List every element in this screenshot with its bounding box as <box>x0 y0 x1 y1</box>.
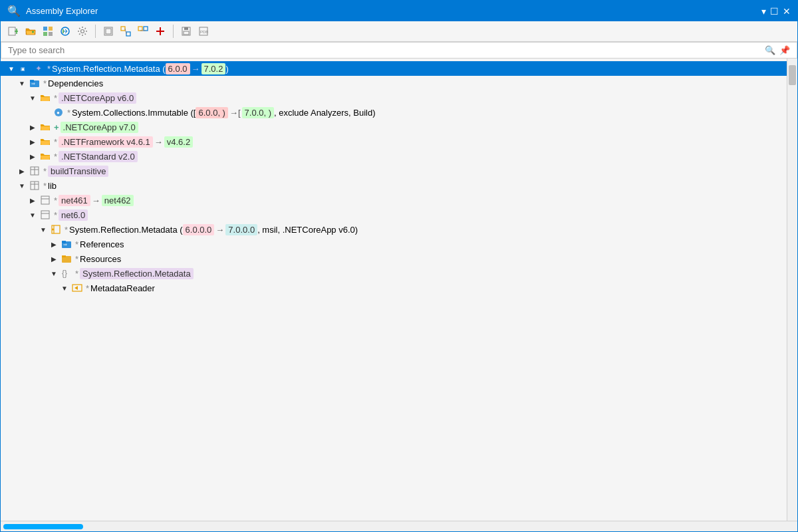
lib-icon <box>29 180 41 191</box>
plus-netcoreapp70: + <box>54 122 59 132</box>
tree-item-netstandard[interactable]: ▶ * .NETStandard v2.0 <box>1 149 787 164</box>
expand-netcoreapp60[interactable]: ▼ <box>27 92 38 103</box>
pin-icon[interactable]: 📌 <box>779 45 790 55</box>
svg-line-17 <box>125 29 126 34</box>
expand-references[interactable]: ▶ <box>49 239 59 249</box>
save-code-btn[interactable] <box>179 24 194 39</box>
svg-rect-24 <box>184 27 188 30</box>
search-icon[interactable]: 🔍 <box>765 45 775 55</box>
manage-btn[interactable] <box>153 24 168 39</box>
expand-buildtransitive[interactable]: ▶ <box>17 166 27 176</box>
metadata-reader-label: MetadataReader <box>90 283 155 293</box>
svg-text:PDB: PDB <box>200 30 208 34</box>
tree-item-collections[interactable]: ▶ ● * System.Collections.Immutable ([ 6.… <box>1 105 787 120</box>
vertical-scrollbar[interactable] <box>787 59 797 521</box>
star-resources: * <box>75 254 78 264</box>
maximize-btn[interactable]: ☐ <box>770 6 779 17</box>
star-root: * <box>47 64 51 74</box>
svg-text:▣: ▣ <box>21 66 25 71</box>
tree-item-netframework[interactable]: ▶ * .NETFramework v4.6.1 → v4.6.2 <box>1 134 787 149</box>
export-btn[interactable] <box>136 24 150 39</box>
svg-rect-8 <box>49 32 53 36</box>
svg-rect-14 <box>106 29 111 34</box>
toolbar-sep-1 <box>95 25 96 38</box>
tree-item-references[interactable]: ▶ ⇒ * References <box>1 237 787 251</box>
tree-item-net461[interactable]: ▶ * net461 → net462 <box>1 193 787 207</box>
ref-folder2-icon: ⇒ <box>61 239 72 249</box>
title-bar-controls: ▾ ☐ ✕ <box>761 6 791 17</box>
svg-text:●: ● <box>57 110 60 116</box>
svg-point-47 <box>52 229 54 231</box>
expand-lib[interactable]: ▼ <box>17 180 27 191</box>
expand-root[interactable]: ▼ <box>6 63 17 74</box>
net461-badge-new: net462 <box>102 195 134 206</box>
expand-srm-class[interactable]: ▼ <box>49 268 59 279</box>
dropdown-btn[interactable]: ▾ <box>761 6 766 17</box>
window-title: Assembly Explorer <box>26 6 98 16</box>
tree-item-root[interactable]: ▼ ▣ ✦ * System.Reflection.Metadata ( 6.0… <box>1 61 787 76</box>
expand-net60[interactable]: ▼ <box>27 209 38 220</box>
tree-item-netcoreapp70[interactable]: ▶ + .NETCoreApp v7.0 <box>1 120 787 134</box>
collections-suffix: , exclude Analyzers, Build) <box>274 108 375 118</box>
tree-item-metadata-reader[interactable]: ▼ * MetadataReader <box>1 281 787 295</box>
srm-node-label: System.Reflection.Metadata ( <box>69 225 183 235</box>
svg-rect-43 <box>41 211 49 219</box>
tree-container[interactable]: ▼ ▣ ✦ * System.Reflection.Metadata ( 6.0… <box>1 59 787 521</box>
graph-btn[interactable] <box>118 24 133 39</box>
settings-btn[interactable] <box>75 24 90 39</box>
toolbar-sep-2 <box>173 25 174 38</box>
expand-netstandard[interactable]: ▶ <box>27 151 38 162</box>
svg-text:⇒: ⇒ <box>63 242 67 247</box>
search-input[interactable] <box>8 45 765 55</box>
class-arrow-icon <box>71 283 83 293</box>
tree-item-lib[interactable]: ▼ * lib <box>1 178 787 193</box>
tree-item-buildtransitive[interactable]: ▶ * buildTransitive <box>1 164 787 178</box>
horizontal-scrollbar[interactable] <box>1 521 797 531</box>
tree-item-srm-node[interactable]: ▼ * System.Reflection.Metadata ( 6.0.0.0… <box>1 222 787 237</box>
tree-item-net60[interactable]: ▼ * net6.0 <box>1 207 787 222</box>
tree-item-netcoreapp60[interactable]: ▼ * .NETCoreApp v6.0 <box>1 90 787 105</box>
content-area: ▼ ▣ ✦ * System.Reflection.Metadata ( 6.0… <box>1 59 797 521</box>
tree-item-resources[interactable]: ▶ * Resources <box>1 251 787 266</box>
expand-collections: ▶ <box>41 107 51 118</box>
title-bar-left: 🔍 Assembly Explorer <box>7 5 98 17</box>
meta-icon <box>50 224 62 235</box>
expand-srm-node[interactable]: ▼ <box>38 224 49 235</box>
tree-item-dependencies[interactable]: ▼ ⇒ * Dependencies <box>1 76 787 90</box>
decompile-btn[interactable] <box>101 24 116 39</box>
netframework-badge-new: v4.6.2 <box>164 136 193 148</box>
open-folder-btn[interactable] <box>23 24 38 39</box>
assembly-explorer-window: 🔍 Assembly Explorer ▾ ☐ ✕ <box>0 0 798 532</box>
expand-dependencies[interactable]: ▼ <box>17 78 27 88</box>
expand-netcoreapp70[interactable]: ▶ <box>27 122 38 132</box>
navigate-btn[interactable] <box>58 24 72 39</box>
svg-text:{}: {} <box>62 269 67 278</box>
module-browser-btn[interactable] <box>41 24 55 39</box>
collections-version-old: 6.0.0, ) <box>196 107 227 118</box>
star-dependencies: * <box>43 78 47 88</box>
srm-node-arrow: → <box>215 225 224 235</box>
h-scrollbar-thumb[interactable] <box>3 524 83 529</box>
expand-metadata-reader[interactable]: ▼ <box>59 283 70 293</box>
star-netframework: * <box>54 137 57 147</box>
lib-label: lib <box>48 181 57 191</box>
lib-box2-icon <box>39 209 51 220</box>
srm-class-badge: System.Reflection.Metadata <box>80 268 194 279</box>
svg-rect-19 <box>144 27 148 31</box>
save-pdb-btn[interactable]: PDB <box>196 24 211 39</box>
svg-rect-25 <box>184 31 189 35</box>
assembly-icon: ▣ <box>18 63 30 74</box>
root-label-suffix: ) <box>225 64 228 74</box>
svg-rect-0 <box>9 27 15 35</box>
close-btn[interactable]: ✕ <box>783 6 791 17</box>
net461-arrow: → <box>92 196 100 205</box>
tree-item-srm-class[interactable]: ▼ {} * System.Reflection.Metadata <box>1 266 787 281</box>
svg-rect-6 <box>49 27 53 31</box>
expand-resources[interactable]: ▶ <box>49 253 59 264</box>
open-new-btn[interactable] <box>6 24 21 39</box>
star-references: * <box>75 239 78 249</box>
scrollbar-thumb[interactable] <box>789 65 796 85</box>
star-collections: * <box>67 108 70 118</box>
expand-netframework[interactable]: ▶ <box>27 136 38 147</box>
expand-net461[interactable]: ▶ <box>27 195 38 205</box>
